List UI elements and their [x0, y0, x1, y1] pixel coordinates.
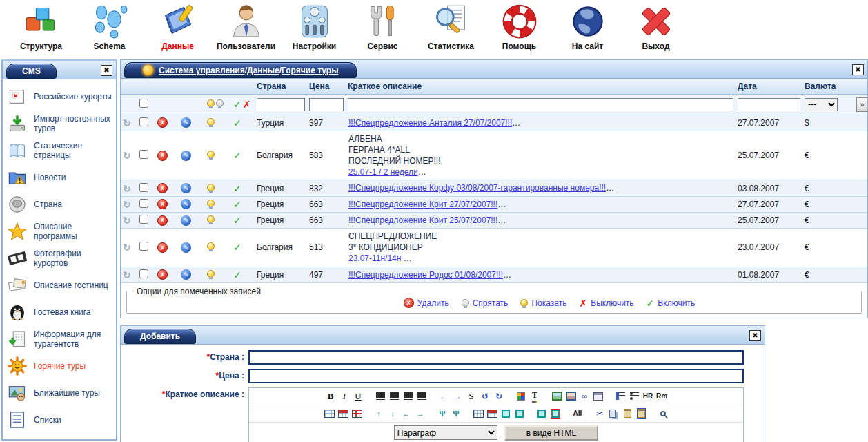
delete-icon[interactable]: ✗: [157, 242, 168, 253]
toolbar-item-exit[interactable]: Выход: [622, 3, 690, 51]
tour-desc-link[interactable]: 25.07-1 / 2 недели: [348, 167, 418, 177]
filter-currency-select[interactable]: ---: [805, 98, 838, 111]
sidebar-tab-cms[interactable]: CMS: [6, 64, 57, 79]
refresh-icon[interactable]: ↻: [123, 117, 131, 128]
italic-button[interactable]: I: [338, 390, 351, 403]
insert-col-after-button[interactable]: →: [414, 407, 426, 420]
action-disable[interactable]: ✗Выключить: [579, 298, 633, 309]
delete-icon[interactable]: ✗: [157, 151, 168, 161]
delete-icon[interactable]: ✗: [157, 183, 168, 193]
align-justify-button[interactable]: [415, 390, 428, 403]
breadcrumb-link-0[interactable]: Система управления: [159, 66, 245, 75]
sidebar-item-hotel-descriptions[interactable]: Описание гостиниц: [7, 275, 113, 296]
action-delete[interactable]: ✗Удалить: [404, 298, 449, 308]
redo-button[interactable]: ↻: [493, 390, 505, 403]
edit-icon[interactable]: ✎: [181, 117, 191, 128]
align-right-button[interactable]: [402, 390, 414, 403]
find-replace-button[interactable]: [657, 407, 669, 420]
sidebar-item-hot-tours[interactable]: Горячие туры: [7, 356, 113, 376]
edit-icon[interactable]: ✎: [181, 215, 191, 226]
breadcrumb-link-1[interactable]: Данные: [247, 66, 279, 75]
edit-icon[interactable]: ✎: [181, 151, 191, 161]
bulb-on-icon[interactable]: [207, 200, 215, 207]
more-columns-button[interactable]: »: [856, 97, 867, 112]
toolbar-item-users[interactable]: Пользователи: [212, 3, 280, 51]
delete-icon[interactable]: ✗: [157, 199, 168, 209]
insert-row-before-button[interactable]: ↑: [373, 407, 385, 420]
edit-icon[interactable]: ✎: [181, 199, 191, 209]
edit-icon[interactable]: ✎: [181, 269, 191, 280]
strikethrough-button[interactable]: S: [465, 390, 477, 403]
table-insert-cell-button[interactable]: [472, 407, 484, 420]
insert-image-button[interactable]: [551, 390, 563, 403]
paste-from-word-button[interactable]: [635, 407, 647, 420]
cut-button[interactable]: ✂: [593, 407, 606, 420]
sidebar-item-country[interactable]: Страна: [7, 194, 113, 215]
refresh-icon[interactable]: ↻: [123, 183, 131, 194]
green-check-icon[interactable]: ✓: [233, 99, 241, 110]
edit-icon[interactable]: ✎: [181, 183, 191, 193]
select-all-checkbox[interactable]: [139, 99, 148, 108]
text-color-button[interactable]: T: [529, 390, 541, 403]
column-header-date[interactable]: Дата: [736, 79, 802, 94]
country-field-input[interactable]: [248, 350, 744, 365]
tour-desc-link[interactable]: !!!Спецпредложение Крит 27/07/2007!!!: [348, 200, 497, 209]
unordered-list-button[interactable]: [628, 390, 640, 403]
row-checkbox[interactable]: [139, 183, 148, 192]
column-header-price[interactable]: Цена: [307, 79, 346, 94]
filter-desc-input[interactable]: [348, 98, 733, 111]
filter-date-input[interactable]: [738, 98, 800, 111]
action-enable-label[interactable]: Включить: [658, 298, 695, 308]
toolbar-item-structure[interactable]: Структура: [7, 3, 75, 51]
tour-desc-link[interactable]: 23.07-11н/14н: [348, 253, 401, 263]
action-delete-label[interactable]: Удалить: [417, 298, 449, 308]
column-header-currency[interactable]: Валюта: [802, 79, 854, 94]
action-hide-label[interactable]: Спрятать: [473, 298, 509, 308]
ordered-list-button[interactable]: [614, 390, 627, 403]
filter-country-input[interactable]: [257, 98, 305, 111]
paste-button[interactable]: [621, 407, 633, 420]
refresh-icon[interactable]: ↻: [123, 269, 131, 280]
row-checkbox[interactable]: [139, 269, 148, 278]
bulb-on-icon[interactable]: [207, 242, 215, 250]
refresh-icon[interactable]: ↻: [123, 215, 131, 226]
data-panel-close-button[interactable]: ✖: [852, 64, 864, 75]
row-checkbox[interactable]: [139, 242, 148, 251]
toolbar-item-data[interactable]: Данные: [144, 3, 212, 51]
horizontal-rule-button[interactable]: HR: [642, 390, 654, 403]
row-checkbox[interactable]: [139, 215, 148, 224]
indent-button[interactable]: →: [451, 390, 464, 403]
delete-icon[interactable]: ✗: [157, 117, 168, 128]
enabled-check-icon[interactable]: ✓: [233, 242, 241, 253]
cell-properties-button[interactable]: [351, 407, 363, 420]
align-left-button[interactable]: [374, 390, 386, 403]
enabled-check-icon[interactable]: ✓: [233, 215, 241, 226]
table-delete-cell-button[interactable]: [486, 407, 498, 420]
tour-desc-link[interactable]: !!!Спецпредложение Крит 25/07/2007!!!: [348, 215, 497, 225]
column-header-desc[interactable]: Краткое описание: [346, 79, 736, 94]
enabled-check-icon[interactable]: ✓: [233, 269, 241, 280]
copy-button[interactable]: [607, 407, 620, 420]
paragraph-format-select[interactable]: Параграф: [394, 425, 497, 440]
bulb-on-icon[interactable]: [207, 270, 215, 278]
table-properties-button[interactable]: [337, 407, 349, 420]
sidebar-item-static-pages[interactable]: Статические страницы: [7, 140, 113, 161]
action-show-label[interactable]: Показать: [531, 298, 566, 308]
split-cells-button[interactable]: [549, 407, 562, 420]
insert-row-after-button[interactable]: ↓: [386, 407, 399, 420]
sidebar-item-russian-resorts[interactable]: Российские курорты: [7, 86, 113, 107]
underline-button[interactable]: U: [352, 390, 364, 403]
action-enable[interactable]: ✓Включить: [647, 298, 696, 309]
remove-format-button[interactable]: Rm: [655, 390, 668, 403]
toolbar-item-statistics[interactable]: Статистика: [417, 3, 485, 51]
toolbar-item-service[interactable]: Сервис: [348, 3, 417, 51]
breadcrumb-link-2[interactable]: Горячие туры: [282, 66, 338, 75]
action-hide[interactable]: Спрятать: [462, 298, 509, 308]
insert-link-button[interactable]: ∞: [578, 390, 591, 403]
enabled-check-icon[interactable]: ✓: [233, 183, 241, 194]
price-field-input[interactable]: [248, 369, 744, 383]
bulb-on-icon[interactable]: [207, 118, 215, 126]
select-all-button[interactable]: All: [571, 407, 584, 420]
background-color-button[interactable]: [515, 390, 527, 403]
split-cell-horizontal-button[interactable]: [500, 407, 512, 420]
